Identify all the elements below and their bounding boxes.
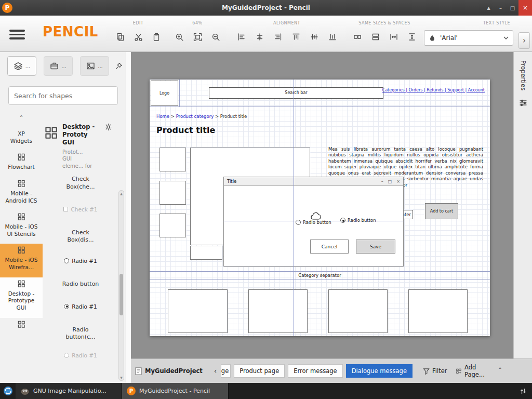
mockup-dialog[interactable]: Title – □ × Radio button Radio button Ca… (223, 177, 404, 267)
menu-button[interactable] (9, 30, 25, 40)
properties-sliders-button[interactable] (519, 99, 527, 107)
zoom-fit-button[interactable] (192, 31, 203, 43)
mockup-nav-links[interactable]: Categories | Orders | Refunds | Support … (382, 88, 485, 92)
canvas-area[interactable]: Logo Search bar Categories | Orders | Re… (131, 52, 513, 358)
collapse-page-bar-button[interactable]: ˆ (498, 367, 502, 375)
collection-item-android-ics[interactable]: Mobile - Android ICS (0, 177, 43, 210)
horizontal-guide-line[interactable] (223, 221, 404, 221)
collection-grid-icon (18, 180, 25, 188)
dialog-minimize-icon: – (381, 179, 383, 184)
mockup-product-card-2[interactable] (248, 289, 308, 333)
collection-settings-button[interactable] (104, 123, 112, 131)
maximize-button[interactable]: □ (507, 0, 518, 16)
shade-icon: ▲ (487, 6, 490, 10)
mockup-thumbnail-2[interactable] (159, 181, 186, 205)
collection-title: Desktop - Prototy GUI (62, 123, 96, 147)
applications-menu-button[interactable] (0, 383, 16, 399)
collection-item-flowchart[interactable]: Flowchart (0, 151, 43, 177)
shape-item-radio-checked[interactable]: Radio button(c... (59, 326, 102, 341)
search-shapes-input[interactable] (8, 86, 118, 105)
space-vertical-button[interactable] (406, 31, 418, 43)
shape-preview-radio-disabled[interactable]: Radio #1 (43, 352, 118, 358)
scrollbar-thumb[interactable] (119, 274, 123, 315)
mockup-search-bar[interactable]: Search bar (209, 87, 383, 99)
shape-preview-checkbox-disabled[interactable]: Check #1 (43, 206, 118, 212)
dialog-save-button[interactable]: Save (356, 240, 395, 254)
scrollbar-down-arrow[interactable]: ▼ (119, 376, 124, 379)
align-bottom-button[interactable] (327, 31, 338, 43)
pencil-app-icon: P (2, 3, 12, 13)
tab-clipart[interactable]: ... (80, 56, 109, 76)
scrollbar-up-arrow[interactable]: ▲ (119, 192, 124, 195)
mockup-product-card-3[interactable] (328, 289, 388, 333)
minimize-button[interactable]: – (495, 0, 507, 16)
add-page-button[interactable]: Add Page... (453, 364, 495, 378)
shape-item-checkbox-checked[interactable]: Check Box(che... (59, 176, 102, 191)
align-middle-button[interactable] (309, 31, 320, 43)
cut-button[interactable] (132, 31, 144, 43)
page-tab-product-page[interactable]: Product page (234, 364, 285, 378)
mockup-small-box[interactable] (190, 246, 222, 260)
toolbar-expand-button[interactable]: › (518, 32, 530, 49)
collection-item-desktop-prototype[interactable]: Desktop - Prototype GUI (0, 277, 43, 318)
same-width-button[interactable] (352, 31, 363, 43)
shape-item-checkbox-disabled[interactable]: Check Box(dis... (59, 229, 102, 244)
shape-list-scrollbar[interactable]: ▲ ▼ (118, 190, 124, 381)
mockup-category-separator[interactable]: Category separator (150, 271, 490, 280)
scissors-icon (134, 33, 143, 42)
zoom-out-icon (211, 33, 220, 42)
pin-sidebar-button[interactable] (115, 62, 123, 70)
align-right-button[interactable] (272, 31, 284, 43)
mockup-thumbnail-3[interactable] (159, 214, 186, 237)
align-top-button[interactable] (290, 31, 302, 43)
align-left-button[interactable] (236, 31, 247, 43)
taskbar-item-gimp[interactable]: GNU Image Manipulatio... (16, 383, 122, 399)
same-height-button[interactable] (370, 31, 381, 43)
mockup-product-card-4[interactable] (408, 289, 468, 333)
taskbar-item-pencil[interactable]: P MyGuidedProject - Pencil (122, 383, 229, 399)
window-shade-button[interactable]: ▲ (483, 0, 495, 16)
page-tab-error-message[interactable]: Error message (288, 364, 342, 378)
mockup-product-title[interactable]: Product title (156, 125, 215, 135)
mockup-product-card-1[interactable] (168, 289, 228, 333)
properties-tab[interactable]: Properties (520, 60, 527, 90)
collection-item-partial[interactable] (0, 318, 43, 337)
chevron-up-icon: ˆ (19, 115, 23, 124)
copy-button[interactable] (114, 31, 126, 43)
page-scroll-left-button[interactable]: ‹ (213, 367, 218, 375)
window-title: MyGuidedProject - Pencil (0, 4, 532, 11)
collection-item-xp-widgets[interactable]: XP Widgets (0, 128, 43, 151)
paste-button[interactable] (151, 31, 162, 43)
font-selector[interactable]: 'Arial' (424, 30, 513, 46)
page-tab-dialogue-message[interactable]: Dialogue message (346, 364, 413, 378)
space-horizontal-button[interactable] (388, 31, 400, 43)
tab-shape-collections[interactable]: ... (7, 56, 36, 76)
collection-item-ios-stencils[interactable]: Mobile - iOS UI Stencils (0, 210, 43, 244)
collection-grid-icon (18, 246, 25, 254)
collection-item-ios-wireframe[interactable]: Mobile - iOS Wirefra... (0, 244, 43, 277)
collections-scroll-up-button[interactable]: ˆ (0, 116, 43, 125)
toolbar-group-zoom: 64% (167, 21, 228, 43)
drag-cursor-cloud-icon (311, 211, 321, 220)
align-center-button[interactable] (254, 31, 265, 43)
shape-item-radio[interactable]: Radio button (59, 281, 102, 288)
taskbar-sort-button[interactable] (520, 383, 532, 399)
filter-pages-button[interactable]: Filter (420, 367, 450, 375)
dialog-cancel-button[interactable]: Cancel (310, 240, 349, 254)
shape-preview-radio-checked[interactable]: Radio #1 (43, 303, 118, 310)
mockup-thumbnail-1[interactable] (159, 148, 186, 171)
close-button[interactable]: × (518, 0, 532, 16)
zoom-in-button[interactable] (174, 31, 185, 43)
collection-description: Protot... GUI eleme... for (62, 149, 92, 170)
page-tab-clipped[interactable]: ge (221, 364, 231, 378)
mockup-breadcrumb[interactable]: Home > Product category > Product title (156, 114, 247, 119)
dialog-radio-checked[interactable]: Radio button (340, 218, 376, 223)
shape-preview-radio[interactable]: Radio #1 (43, 258, 118, 264)
collection-grid-icon (18, 321, 25, 328)
mockup-logo-box[interactable]: Logo (151, 81, 178, 106)
mockup-add-to-cart-button[interactable]: Add to cart (425, 203, 458, 219)
tab-my-collections[interactable]: ... (44, 56, 73, 76)
layers-icon (14, 62, 23, 71)
zoom-out-button[interactable] (210, 31, 221, 43)
vertical-guide-line[interactable] (294, 79, 294, 336)
